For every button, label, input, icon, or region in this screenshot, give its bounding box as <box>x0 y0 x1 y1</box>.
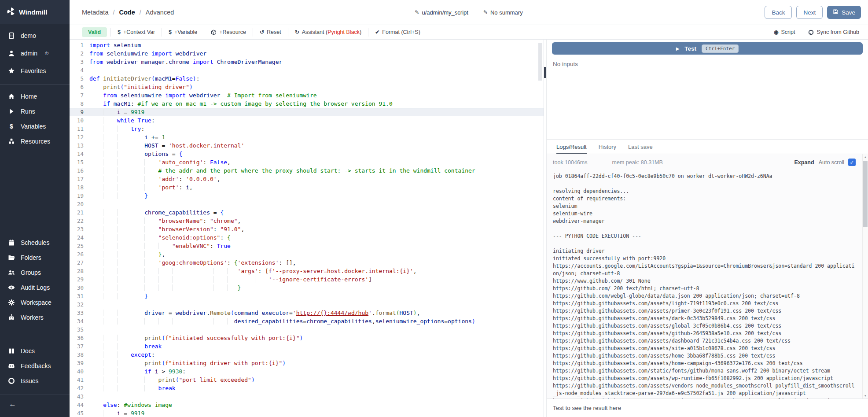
code-line-15[interactable]: 15 'auto_config': False, <box>70 158 544 166</box>
code-line-18[interactable]: 18 'port': i, <box>70 183 544 192</box>
code-line-13[interactable]: 13 HOST = 'host.docker.internal' <box>70 141 544 150</box>
sidebar-collapse-button[interactable]: ← <box>0 395 70 413</box>
code-line-33[interactable]: 33 driver = webdriver.Remote(command_exe… <box>70 309 544 317</box>
tab-metadata[interactable]: Metadata <box>82 9 108 16</box>
code-line-26[interactable]: 26 }, <box>70 250 544 258</box>
code-line-40[interactable]: 40 if i > 9930: <box>70 367 544 376</box>
code-line-20[interactable]: 20 <box>70 200 544 208</box>
code-editor[interactable]: 1import selenium2from seleniumwire impor… <box>70 40 544 417</box>
script-summary[interactable]: ✎ No summary <box>483 9 523 16</box>
sidebar-item-feedbacks[interactable]: Feedbacks <box>0 358 70 373</box>
code-line-2[interactable]: 2from seleniumwire import webdriver <box>70 49 544 58</box>
building-icon <box>7 32 15 39</box>
code-line-6[interactable]: 6 print("initiating driver") <box>70 83 544 91</box>
code-line-37[interactable]: 37 break <box>70 342 544 351</box>
code-line-44[interactable]: 44 else: #windows image <box>70 401 544 409</box>
sidebar-item-folders[interactable]: Folders <box>0 250 70 265</box>
code-line-3[interactable]: 3from webdriver_manager.chrome import Ch… <box>70 58 544 66</box>
code-text: 'port': i, <box>89 183 193 192</box>
next-button[interactable]: Next <box>796 6 823 19</box>
script-button[interactable]: ◉Script <box>774 28 795 37</box>
code-line-45[interactable]: 45 i = 9919 <box>70 409 544 417</box>
format-ctrl-s-button[interactable]: ✔Format (Ctrl+S) <box>368 28 427 37</box>
code-line-21[interactable]: 21 chrome_capabilities = { <box>70 208 544 217</box>
code-line-16[interactable]: 16 # the addr and the port where the pro… <box>70 166 544 175</box>
back-button[interactable]: Back <box>765 6 792 19</box>
tab-last-save[interactable]: Last save <box>628 140 653 154</box>
code-line-24[interactable]: 24 "selenoid:options": { <box>70 233 544 242</box>
code-line-35[interactable]: 35 <box>70 325 544 334</box>
sidebar-item-schedules[interactable]: Schedules <box>0 235 70 250</box>
code-line-38[interactable]: 38 except: <box>70 351 544 359</box>
code-line-7[interactable]: 7 from seleniumwire import webdriver # I… <box>70 91 544 100</box>
code-line-31[interactable]: 31 } <box>70 292 544 300</box>
expand-button[interactable]: Expand <box>794 159 814 166</box>
code-line-29[interactable]: 29 '--ignore-certificate-errors'] <box>70 275 544 284</box>
code-line-23[interactable]: 23 "browserVersion": "91.0", <box>70 225 544 233</box>
pencil-icon: ✎ <box>483 9 488 15</box>
sidebar-item-docs[interactable]: Docs <box>0 343 70 358</box>
variable-button[interactable]: $+Variable <box>162 28 204 37</box>
code-line-8[interactable]: 8 if macM1: #if we are on mac m1 -> cust… <box>70 100 544 108</box>
sidebar-item-admin[interactable]: admin♔ <box>0 44 70 62</box>
code-line-12[interactable]: 12 i += 1 <box>70 133 544 141</box>
code-line-41[interactable]: 41 print("port limit exceeded") <box>70 376 544 384</box>
sidebar-item-groups[interactable]: Groups <box>0 265 70 280</box>
test-button[interactable]: ▶ Test Ctrl+Enter <box>552 42 863 55</box>
sidebar-item-audit-logs[interactable]: Audit Logs <box>0 280 70 295</box>
tab-logs-result[interactable]: Logs/Result <box>556 140 587 154</box>
code-line-5[interactable]: 5def initiateDriver(macM1=False): <box>70 74 544 83</box>
logs-scrollbar-thumb[interactable] <box>863 161 868 227</box>
sidebar-item-variables[interactable]: $Variables <box>0 119 70 134</box>
sidebar-item-issues[interactable]: Issues <box>0 373 70 388</box>
script-path[interactable]: ✎ u/admin/my_script <box>415 9 468 16</box>
sidebar-item-workers[interactable]: Workers <box>0 310 70 325</box>
code-line-39[interactable]: 39 print(f"initiating driver with port:{… <box>70 359 544 367</box>
code-line-9[interactable]: 9 i = 9919 <box>70 108 544 116</box>
code-line-1[interactable]: 1import selenium <box>70 41 544 49</box>
sidebar-item-runs[interactable]: Runs <box>0 104 70 119</box>
code-line-11[interactable]: 11 try: <box>70 125 544 133</box>
code-line-14[interactable]: 14 options = { <box>70 150 544 158</box>
log-line: resolving dependencies... <box>553 188 856 195</box>
code-line-36[interactable]: 36 print(f"initiated successfully with p… <box>70 334 544 342</box>
autoscroll-checkbox[interactable]: ✓ <box>848 159 856 166</box>
sidebar-item-favorites[interactable]: Favorites <box>0 62 70 80</box>
code-line-17[interactable]: 17 'addr': '0.0.0.0', <box>70 175 544 183</box>
scroll-up-icon[interactable]: ▲ <box>863 155 868 159</box>
code-line-10[interactable]: 10 while True: <box>70 116 544 125</box>
line-number: 24 <box>70 233 84 242</box>
code-line-32[interactable]: 32 <box>70 300 544 309</box>
sidebar-item-resources[interactable]: Resources <box>0 134 70 149</box>
panel-resizer[interactable] <box>544 40 546 417</box>
tab-advanced[interactable]: Advanced <box>146 9 174 16</box>
sidebar-item-demo[interactable]: demo <box>0 27 70 44</box>
windmill-logo[interactable]: Windmill <box>0 0 70 24</box>
logs-scrollbar[interactable]: ▲ ▼ <box>862 154 868 399</box>
code-line-43[interactable]: 43 <box>70 392 544 401</box>
sidebar-item-label: Workers <box>21 314 44 321</box>
reset-button[interactable]: ↺Reset <box>253 28 288 37</box>
code-line-27[interactable]: 27 'goog:chromeOptions': {'extensions': … <box>70 258 544 267</box>
tab-history[interactable]: History <box>599 140 616 154</box>
code-line-42[interactable]: 42 break <box>70 384 544 392</box>
code-line-34[interactable]: 34 desired_capabilities=chrome_capabilit… <box>70 317 544 325</box>
line-number: 35 <box>70 325 84 334</box>
code-line-4[interactable]: 4 <box>70 66 544 74</box>
code-line-28[interactable]: 28 'args': [f'--proxy-server=host.docker… <box>70 267 544 275</box>
panel-resizer-handle[interactable] <box>544 67 546 78</box>
resource-button[interactable]: +Resource <box>204 28 253 37</box>
code-line-19[interactable]: 19 } <box>70 192 544 200</box>
editor-scrollbar-thumb[interactable] <box>538 43 542 81</box>
code-line-25[interactable]: 25 "enableVNC": True <box>70 242 544 250</box>
context-var-button[interactable]: $+Context Var <box>111 28 162 37</box>
code-line-22[interactable]: 22 "browserName": "chrome", <box>70 217 544 225</box>
sidebar-item-home[interactable]: Home <box>0 89 70 104</box>
assistant-button[interactable]: ↻Assistant (Pyright Black) <box>288 28 368 37</box>
scroll-down-icon[interactable]: ▼ <box>863 394 868 397</box>
sync-from-github-button[interactable]: Sync from Github <box>808 28 859 37</box>
save-button[interactable]: Save <box>827 6 861 19</box>
sidebar-item-workspace[interactable]: Workspace <box>0 295 70 310</box>
code-line-30[interactable]: 30 } <box>70 284 544 292</box>
tab-code[interactable]: Code <box>119 9 135 16</box>
